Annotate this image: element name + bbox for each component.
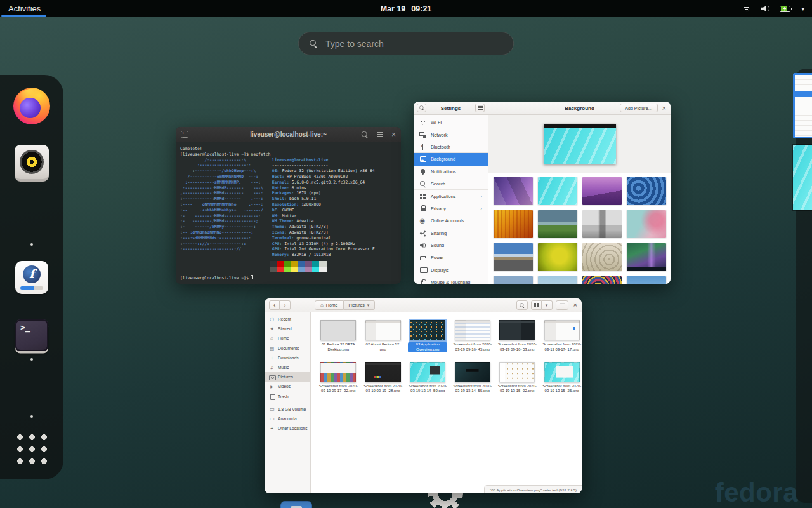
file-item[interactable]: Screenshot from 2020-03-19 09-16- 45.png	[450, 320, 495, 352]
activities-button[interactable]: Activities	[0, 0, 49, 17]
settings-sidebar-item[interactable]: Network	[414, 128, 488, 140]
winter-dusk[interactable]	[582, 177, 622, 205]
clock[interactable]: Mar 19 09:21	[381, 4, 432, 13]
file-item[interactable]: 02 About Fedora 32. png	[361, 320, 406, 352]
terminal-window[interactable]: liveuser@localhost-live:~ Complete! [liv…	[176, 127, 401, 284]
files-sidebar-item[interactable]: Home	[265, 333, 310, 343]
settings-sidebar-item[interactable]: Displays	[414, 264, 488, 276]
settings-close-icon[interactable]	[662, 105, 666, 112]
files-sidebar-item[interactable]: Videos	[265, 382, 310, 391]
aurora[interactable]	[627, 243, 666, 271]
blue-pretzels[interactable]	[627, 177, 666, 205]
settings-sidebar-item[interactable]: Bluetooth	[414, 141, 488, 153]
sidebar-item-label: Power	[431, 255, 444, 260]
file-item[interactable]: Screenshot from 2020-03-19 13-15- 25.png	[540, 362, 582, 394]
view-toggle-button[interactable]	[531, 300, 542, 310]
settings-sidebar-item[interactable]: Power	[414, 251, 488, 264]
settings-sidebar-item[interactable]: Background	[414, 153, 488, 165]
files-sidebar-item[interactable]: Music	[265, 363, 310, 372]
running-indicator-dot	[30, 415, 33, 418]
dock-item[interactable]	[11, 143, 52, 184]
terminal-menu-icon[interactable]	[377, 132, 383, 137]
sidebar-item-label: Home	[278, 336, 289, 340]
files-sidebar-item[interactable]: Other Locations	[265, 424, 310, 433]
breadcrumb-current[interactable]: Pictures	[344, 300, 376, 310]
dock-item[interactable]	[11, 86, 52, 126]
dock-item[interactable]	[11, 429, 52, 470]
files-sidebar-item[interactable]: Starred	[265, 324, 310, 333]
dock-item[interactable]	[11, 200, 52, 241]
file-item[interactable]: Screenshot from 2020-03-19 13-14- 55.png	[450, 362, 495, 394]
settings-menu-button[interactable]	[475, 104, 485, 112]
settings-search-button[interactable]	[417, 104, 426, 112]
neofetch-info-line: Memory:832MiB / 1912MiB	[272, 252, 375, 258]
files-sidebar-item[interactable]: Trash	[265, 392, 310, 401]
amber-macro[interactable]	[494, 210, 533, 238]
file-item[interactable]: Screenshot from 2020-03-19 09-17- 17.png	[540, 320, 582, 352]
settings-sidebar-item[interactable]: Privacy ›	[414, 203, 488, 215]
fedora-32-day[interactable]	[538, 177, 577, 205]
file-item[interactable]: Screenshot from 2020-03-19 13-14- 50.png	[405, 362, 450, 394]
files-sidebar-item[interactable]: Documents	[265, 344, 310, 353]
file-item[interactable]: Screenshot from 2020-03-19 13-15- 02.png	[495, 362, 540, 394]
file-item[interactable]: Screenshot from 2020-03-19 09-16- 53.png	[495, 320, 540, 352]
settings-sidebar-item[interactable]: Sharing	[414, 227, 488, 239]
terminal-output: Complete! [liveuser@localhost-live ~]$ n…	[176, 142, 401, 284]
desert-road[interactable]	[494, 243, 533, 271]
dock-item[interactable]	[11, 257, 52, 298]
neofetch-info-line: liveuser@localhost-live	[272, 157, 375, 163]
dock-item[interactable]	[11, 315, 52, 356]
files-search-button[interactable]	[516, 300, 528, 310]
files-sidebar-item[interactable]: Anaconda	[265, 414, 310, 424]
neofetch-info-line: WM:Mutter	[272, 213, 375, 219]
breadcrumb-home[interactable]: Home	[315, 300, 344, 310]
settings-sidebar-item[interactable]: Sound	[414, 239, 488, 251]
berries[interactable]	[582, 276, 622, 284]
file-item[interactable]: Screenshot from 2020-03-19 09-19- 28.png	[361, 362, 406, 394]
settings-sidebar-item[interactable]: Online Accounts	[414, 215, 488, 227]
back-button[interactable]	[269, 300, 280, 310]
sky[interactable]	[538, 276, 577, 284]
file-item[interactable]: 01 Fedora 32 BETA Desktop.png	[316, 320, 361, 352]
files-sidebar-item[interactable]: Recent	[265, 314, 310, 324]
file-item[interactable]: 03 Application Overview.png	[405, 320, 450, 352]
search-input[interactable]: Type to search	[298, 32, 514, 55]
terminal-prompt[interactable]: [liveuser@localhost-live ~]$	[180, 275, 396, 281]
view-options-button[interactable]	[542, 300, 553, 310]
sidebar-item-label: Bluetooth	[431, 144, 450, 150]
yellow-gecko[interactable]	[538, 243, 577, 271]
palette-swatch	[305, 261, 312, 267]
sidebar-item-label: Videos	[278, 384, 291, 389]
settings-sidebar-item[interactable]: Notifications	[414, 166, 488, 178]
clouds[interactable]	[627, 276, 666, 284]
files-sidebar-item[interactable]: 1.8 GB Volume	[265, 404, 310, 414]
palette-swatch	[284, 261, 291, 267]
green-meadow[interactable]	[538, 210, 577, 238]
settings-sidebar-item[interactable]: Applications ›	[414, 190, 488, 202]
hills[interactable]	[494, 276, 533, 284]
settings-sidebar-item[interactable]: Mouse & Touchpad	[414, 276, 488, 284]
files-close-icon[interactable]	[573, 302, 577, 309]
files-window[interactable]: Home Pictures	[265, 298, 582, 493]
settings-sidebar-item[interactable]: Wi-Fi	[414, 116, 488, 128]
files-sidebar-item[interactable]: Downloads	[265, 353, 310, 363]
workspace-thumbnail-1[interactable]	[793, 73, 812, 138]
back-icon	[273, 302, 276, 309]
system-status-area[interactable]	[742, 5, 812, 13]
dock-item[interactable]	[11, 372, 52, 413]
settings-sidebar-item[interactable]: Search	[414, 178, 488, 190]
grey-pier[interactable]	[582, 210, 622, 238]
terminal-search-icon[interactable]	[362, 131, 368, 137]
cherry-blossom[interactable]	[627, 210, 666, 238]
settings-window[interactable]: Settings Background Add Picture… Wi-Fi	[414, 102, 671, 284]
file-item[interactable]: Screenshot from 2020-03-19 09-17- 32.png	[316, 362, 361, 394]
forward-button[interactable]	[280, 300, 291, 310]
purple-polygons[interactable]	[494, 177, 533, 205]
add-picture-button[interactable]: Add Picture…	[620, 104, 657, 112]
workspace-thumbnail-2[interactable]	[793, 145, 812, 210]
zen-stones[interactable]	[582, 243, 622, 271]
files-menu-button[interactable]	[556, 300, 568, 310]
recent-clock-icon	[269, 316, 275, 322]
terminal-close-icon[interactable]	[391, 131, 396, 138]
files-sidebar-item[interactable]: Pictures	[265, 372, 310, 382]
